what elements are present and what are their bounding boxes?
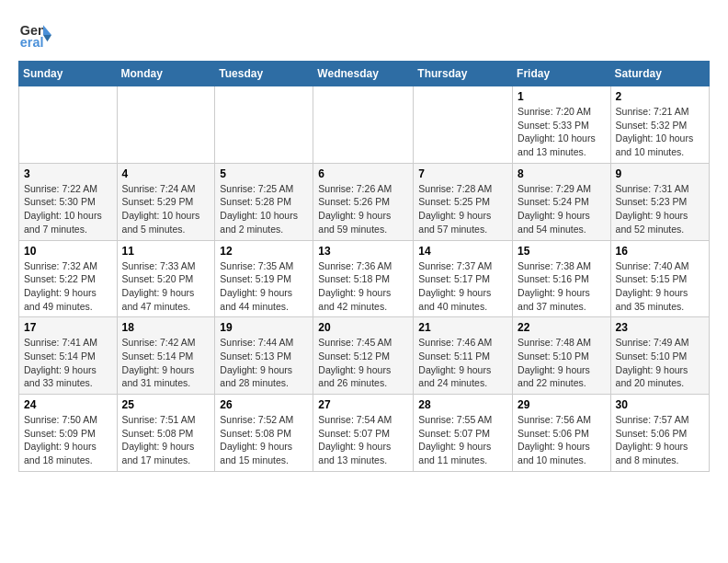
day-info: Sunrise: 7:46 AM Sunset: 5:11 PM Dayligh… — [418, 336, 507, 390]
calendar-cell: 28Sunrise: 7:55 AM Sunset: 5:07 PM Dayli… — [414, 395, 513, 472]
calendar-cell: 25Sunrise: 7:51 AM Sunset: 5:08 PM Dayli… — [117, 395, 215, 472]
calendar-cell — [414, 86, 513, 164]
calendar-week-2: 3Sunrise: 7:22 AM Sunset: 5:30 PM Daylig… — [19, 163, 710, 240]
calendar-week-5: 24Sunrise: 7:50 AM Sunset: 5:09 PM Dayli… — [19, 395, 710, 472]
calendar-cell: 22Sunrise: 7:48 AM Sunset: 5:10 PM Dayli… — [513, 317, 611, 395]
day-info: Sunrise: 7:42 AM Sunset: 5:14 PM Dayligh… — [122, 336, 210, 390]
col-header-friday: Friday — [513, 62, 611, 86]
calendar: SundayMondayTuesdayWednesdayThursdayFrid… — [18, 61, 710, 472]
day-number: 20 — [318, 321, 408, 334]
calendar-cell: 18Sunrise: 7:42 AM Sunset: 5:14 PM Dayli… — [117, 317, 215, 395]
day-info: Sunrise: 7:41 AM Sunset: 5:14 PM Dayligh… — [24, 336, 112, 390]
calendar-cell: 14Sunrise: 7:37 AM Sunset: 5:17 PM Dayli… — [414, 240, 513, 317]
calendar-cell: 4Sunrise: 7:24 AM Sunset: 5:29 PM Daylig… — [117, 163, 215, 240]
col-header-saturday: Saturday — [610, 62, 709, 86]
col-header-wednesday: Wednesday — [313, 62, 414, 86]
day-number: 1 — [518, 90, 606, 103]
day-number: 13 — [318, 245, 408, 258]
calendar-cell: 21Sunrise: 7:46 AM Sunset: 5:11 PM Dayli… — [414, 317, 513, 395]
calendar-cell: 7Sunrise: 7:28 AM Sunset: 5:25 PM Daylig… — [414, 163, 513, 240]
calendar-week-1: 1Sunrise: 7:20 AM Sunset: 5:33 PM Daylig… — [19, 86, 710, 164]
day-number: 18 — [122, 321, 210, 334]
day-info: Sunrise: 7:33 AM Sunset: 5:20 PM Dayligh… — [122, 259, 210, 314]
day-info: Sunrise: 7:56 AM Sunset: 5:06 PM Dayligh… — [518, 413, 606, 467]
day-number: 22 — [518, 321, 606, 334]
calendar-week-4: 17Sunrise: 7:41 AM Sunset: 5:14 PM Dayli… — [19, 317, 710, 395]
calendar-cell: 17Sunrise: 7:41 AM Sunset: 5:14 PM Dayli… — [19, 317, 118, 395]
svg-marker-3 — [43, 35, 51, 41]
calendar-cell: 29Sunrise: 7:56 AM Sunset: 5:06 PM Dayli… — [513, 395, 611, 472]
day-number: 28 — [418, 398, 507, 411]
calendar-week-3: 10Sunrise: 7:32 AM Sunset: 5:22 PM Dayli… — [19, 240, 710, 317]
day-info: Sunrise: 7:50 AM Sunset: 5:09 PM Dayligh… — [24, 413, 112, 467]
calendar-cell: 26Sunrise: 7:52 AM Sunset: 5:08 PM Dayli… — [215, 395, 313, 472]
calendar-cell: 5Sunrise: 7:25 AM Sunset: 5:28 PM Daylig… — [215, 163, 313, 240]
calendar-cell: 9Sunrise: 7:31 AM Sunset: 5:23 PM Daylig… — [610, 163, 709, 240]
calendar-cell: 6Sunrise: 7:26 AM Sunset: 5:26 PM Daylig… — [313, 163, 414, 240]
day-number: 9 — [616, 167, 704, 180]
col-header-tuesday: Tuesday — [215, 62, 313, 86]
day-info: Sunrise: 7:26 AM Sunset: 5:26 PM Dayligh… — [318, 182, 408, 236]
day-info: Sunrise: 7:51 AM Sunset: 5:08 PM Dayligh… — [122, 413, 210, 467]
page-header: Gen eral — [18, 18, 710, 52]
day-info: Sunrise: 7:25 AM Sunset: 5:28 PM Dayligh… — [220, 182, 308, 236]
logo-icon: Gen eral — [18, 18, 51, 52]
col-header-thursday: Thursday — [414, 62, 513, 86]
day-number: 7 — [418, 167, 507, 180]
day-number: 11 — [122, 245, 210, 258]
day-number: 27 — [318, 398, 408, 411]
day-number: 4 — [122, 167, 210, 180]
svg-text:eral: eral — [20, 35, 44, 50]
day-info: Sunrise: 7:44 AM Sunset: 5:13 PM Dayligh… — [220, 336, 308, 390]
calendar-cell: 15Sunrise: 7:38 AM Sunset: 5:16 PM Dayli… — [513, 240, 611, 317]
day-number: 5 — [220, 167, 308, 180]
calendar-cell — [19, 86, 118, 164]
calendar-cell — [117, 86, 215, 164]
day-number: 17 — [24, 321, 112, 334]
day-info: Sunrise: 7:35 AM Sunset: 5:19 PM Dayligh… — [220, 259, 308, 314]
day-number: 21 — [418, 321, 507, 334]
day-number: 24 — [24, 398, 112, 411]
day-info: Sunrise: 7:52 AM Sunset: 5:08 PM Dayligh… — [220, 413, 308, 467]
day-number: 26 — [220, 398, 308, 411]
day-number: 6 — [318, 167, 408, 180]
day-number: 29 — [518, 398, 606, 411]
calendar-cell: 19Sunrise: 7:44 AM Sunset: 5:13 PM Dayli… — [215, 317, 313, 395]
col-header-monday: Monday — [117, 62, 215, 86]
day-info: Sunrise: 7:40 AM Sunset: 5:15 PM Dayligh… — [616, 259, 704, 314]
calendar-cell: 12Sunrise: 7:35 AM Sunset: 5:19 PM Dayli… — [215, 240, 313, 317]
day-info: Sunrise: 7:57 AM Sunset: 5:06 PM Dayligh… — [616, 413, 704, 467]
calendar-cell — [313, 86, 414, 164]
calendar-cell: 10Sunrise: 7:32 AM Sunset: 5:22 PM Dayli… — [19, 240, 118, 317]
day-number: 8 — [518, 167, 606, 180]
day-info: Sunrise: 7:45 AM Sunset: 5:12 PM Dayligh… — [318, 336, 408, 390]
day-number: 3 — [24, 167, 112, 180]
day-info: Sunrise: 7:49 AM Sunset: 5:10 PM Dayligh… — [616, 336, 704, 390]
day-info: Sunrise: 7:36 AM Sunset: 5:18 PM Dayligh… — [318, 259, 408, 314]
day-info: Sunrise: 7:37 AM Sunset: 5:17 PM Dayligh… — [418, 259, 507, 314]
calendar-cell: 30Sunrise: 7:57 AM Sunset: 5:06 PM Dayli… — [610, 395, 709, 472]
day-info: Sunrise: 7:55 AM Sunset: 5:07 PM Dayligh… — [418, 413, 507, 467]
calendar-cell: 16Sunrise: 7:40 AM Sunset: 5:15 PM Dayli… — [610, 240, 709, 317]
calendar-cell: 23Sunrise: 7:49 AM Sunset: 5:10 PM Dayli… — [610, 317, 709, 395]
day-info: Sunrise: 7:31 AM Sunset: 5:23 PM Dayligh… — [616, 182, 704, 236]
calendar-cell — [215, 86, 313, 164]
day-info: Sunrise: 7:32 AM Sunset: 5:22 PM Dayligh… — [24, 259, 112, 314]
calendar-cell: 8Sunrise: 7:29 AM Sunset: 5:24 PM Daylig… — [513, 163, 611, 240]
calendar-cell: 20Sunrise: 7:45 AM Sunset: 5:12 PM Dayli… — [313, 317, 414, 395]
day-info: Sunrise: 7:21 AM Sunset: 5:32 PM Dayligh… — [616, 105, 704, 159]
calendar-cell: 13Sunrise: 7:36 AM Sunset: 5:18 PM Dayli… — [313, 240, 414, 317]
calendar-cell: 3Sunrise: 7:22 AM Sunset: 5:30 PM Daylig… — [19, 163, 118, 240]
day-info: Sunrise: 7:24 AM Sunset: 5:29 PM Dayligh… — [122, 182, 210, 236]
day-number: 14 — [418, 245, 507, 258]
day-number: 16 — [616, 245, 704, 258]
calendar-cell: 27Sunrise: 7:54 AM Sunset: 5:07 PM Dayli… — [313, 395, 414, 472]
calendar-cell: 24Sunrise: 7:50 AM Sunset: 5:09 PM Dayli… — [19, 395, 118, 472]
col-header-sunday: Sunday — [19, 62, 118, 86]
calendar-cell: 1Sunrise: 7:20 AM Sunset: 5:33 PM Daylig… — [513, 86, 611, 164]
calendar-cell: 11Sunrise: 7:33 AM Sunset: 5:20 PM Dayli… — [117, 240, 215, 317]
day-info: Sunrise: 7:20 AM Sunset: 5:33 PM Dayligh… — [518, 105, 606, 159]
day-number: 19 — [220, 321, 308, 334]
day-number: 12 — [220, 245, 308, 258]
svg-marker-2 — [43, 25, 51, 35]
